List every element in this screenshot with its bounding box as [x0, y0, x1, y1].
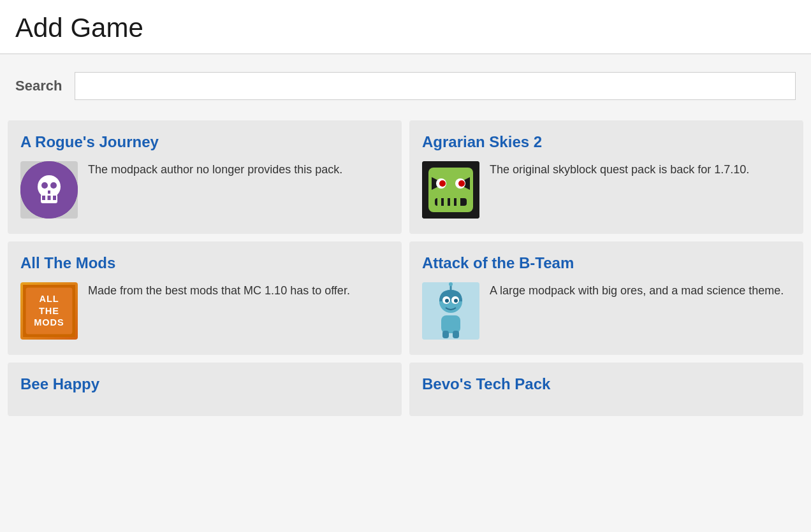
svg-rect-33: [441, 315, 460, 333]
bteam-icon: [422, 282, 479, 340]
svg-point-31: [445, 299, 449, 303]
search-label: Search: [15, 78, 62, 94]
card-icon-rogues-journey: [20, 161, 78, 219]
card-description-attack-bteam: A large modpack with big ores, and a mad…: [490, 282, 784, 299]
page-header: Add Game: [0, 0, 811, 54]
svg-rect-34: [442, 331, 449, 338]
card-bee-happy: Bee Happy: [8, 363, 402, 416]
card-title-all-the-mods[interactable]: All The Mods: [20, 254, 389, 272]
search-section: Search: [0, 54, 811, 120]
card-title-bee-happy[interactable]: Bee Happy: [20, 375, 389, 393]
card-all-the-mods: All The Mods ALL THE MODS Made from the …: [8, 241, 402, 355]
svg-point-16: [458, 180, 465, 187]
svg-rect-20: [450, 198, 454, 206]
svg-text:THE: THE: [39, 306, 59, 316]
card-description-agrarian-skies: The original skyblock quest pack is back…: [490, 161, 749, 178]
svg-rect-18: [437, 198, 441, 206]
svg-text:MODS: MODS: [34, 317, 64, 327]
svg-rect-8: [53, 196, 56, 200]
card-rogues-journey: A Rogue's Journey: [8, 120, 402, 234]
rogues-icon: [20, 161, 78, 219]
card-body-all-the-mods: ALL THE MODS Made from the best mods tha…: [20, 282, 389, 340]
svg-rect-5: [48, 191, 50, 194]
svg-point-4: [50, 182, 57, 189]
svg-rect-19: [444, 198, 448, 206]
svg-rect-7: [48, 196, 51, 200]
svg-point-3: [41, 182, 48, 189]
search-input[interactable]: [75, 72, 796, 100]
svg-rect-21: [457, 198, 460, 206]
svg-text:ALL: ALL: [39, 294, 59, 304]
card-title-attack-bteam[interactable]: Attack of the B-Team: [422, 254, 791, 272]
card-body-rogues-journey: The modpack author no longer provides th…: [20, 161, 389, 219]
card-description-all-the-mods: Made from the best mods that MC 1.10 has…: [88, 282, 350, 299]
card-icon-agrarian-skies: [422, 161, 479, 219]
partial-cards-row: Bee Happy Bevo's Tech Pack: [0, 363, 811, 424]
card-agrarian-skies: Agrarian Skies 2: [409, 120, 803, 234]
svg-rect-35: [453, 331, 459, 338]
svg-rect-6: [42, 196, 45, 200]
card-icon-attack-bteam: [422, 282, 479, 340]
svg-point-37: [449, 282, 453, 286]
card-title-rogues-journey[interactable]: A Rogue's Journey: [20, 133, 389, 151]
card-description-rogues-journey: The modpack author no longer provides th…: [88, 161, 342, 178]
card-bevos-tech-pack: Bevo's Tech Pack: [409, 363, 803, 416]
card-body-agrarian-skies: The original skyblock quest pack is back…: [422, 161, 791, 219]
cards-grid: A Rogue's Journey: [0, 120, 811, 363]
svg-point-15: [439, 180, 446, 187]
card-body-attack-bteam: A large modpack with big ores, and a mad…: [422, 282, 791, 340]
page-title: Add Game: [15, 13, 796, 43]
agrarian-icon: [422, 161, 479, 219]
card-icon-all-the-mods: ALL THE MODS: [20, 282, 78, 340]
card-attack-bteam: Attack of the B-Team: [409, 241, 803, 355]
svg-point-32: [454, 299, 458, 303]
card-title-agrarian-skies[interactable]: Agrarian Skies 2: [422, 133, 791, 151]
card-title-bevos-tech-pack[interactable]: Bevo's Tech Pack: [422, 375, 791, 393]
allthemods-icon: ALL THE MODS: [20, 282, 78, 340]
